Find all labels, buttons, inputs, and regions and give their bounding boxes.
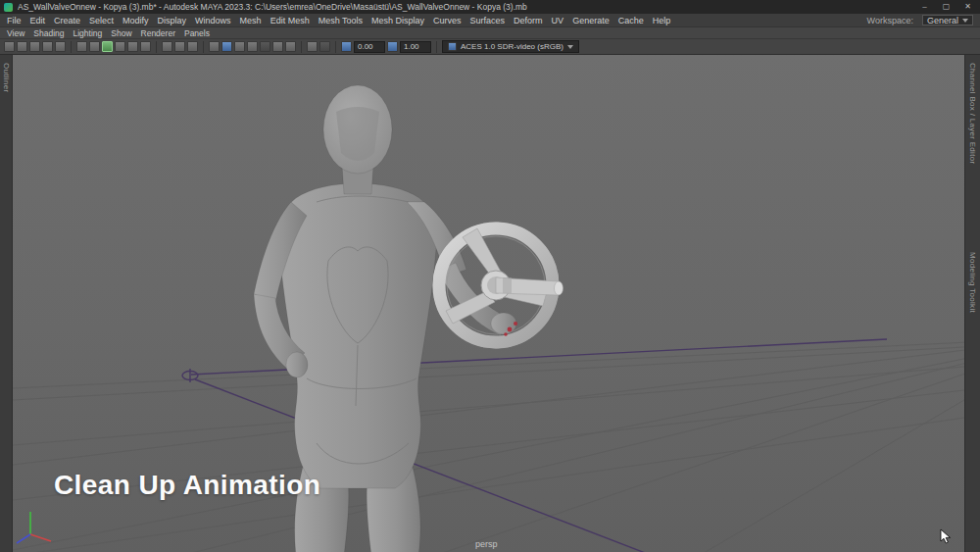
safe-title-icon[interactable]: [187, 41, 198, 52]
gamma-field[interactable]: 1.00: [400, 41, 431, 53]
menu-edit[interactable]: Edit: [30, 16, 46, 25]
use-all-lights-icon[interactable]: [247, 41, 258, 52]
exposure-icon[interactable]: [341, 41, 352, 52]
panel-menu-shading[interactable]: Shading: [33, 28, 64, 38]
main-content: Outliner: [0, 55, 980, 552]
modeling-toolkit-tab[interactable]: Modeling Toolkit: [968, 252, 977, 313]
menu-mesh[interactable]: Mesh: [240, 16, 262, 25]
wireframe-icon[interactable]: [209, 41, 220, 52]
panel-toolbar: 0.00 1.00 ACES 1.0 SDR-video (sRGB): [0, 39, 980, 55]
grease-pencil-icon[interactable]: [89, 41, 100, 52]
shaded-icon[interactable]: [221, 41, 232, 52]
menu-bar: File Edit Create Select Modify Display W…: [0, 14, 980, 27]
panel-menu-renderer[interactable]: Renderer: [141, 28, 175, 38]
panel-menu-view[interactable]: View: [7, 28, 24, 38]
viewport-panel[interactable]: Clean Up Animation persp: [13, 55, 964, 552]
camera-attributes-icon[interactable]: [29, 41, 40, 52]
field-chart-icon[interactable]: [162, 41, 172, 52]
gate-mask-icon[interactable]: [140, 41, 151, 52]
menu-select[interactable]: Select: [89, 16, 114, 25]
menu-mesh-tools[interactable]: Mesh Tools: [318, 16, 363, 25]
motion-blur-icon[interactable]: [285, 41, 296, 52]
screen-space-ao-icon[interactable]: [272, 41, 283, 52]
toolbar-separator: [156, 41, 157, 53]
channel-box-tab[interactable]: Channel Box / Layer Editor: [968, 63, 977, 164]
panel-menu-lighting[interactable]: Lighting: [73, 28, 102, 38]
lock-camera-icon[interactable]: [17, 41, 27, 52]
textured-icon[interactable]: [234, 41, 245, 52]
toolbar-separator: [301, 41, 302, 53]
menu-mesh-display[interactable]: Mesh Display: [371, 16, 424, 25]
grid-icon[interactable]: [102, 41, 113, 52]
title-bar: AS_WallValveOnnew - Kopya (3).mb* - Auto…: [0, 0, 980, 14]
grid-lines: [13, 337, 964, 552]
workspace-label: Workspace:: [867, 16, 913, 25]
camera-name-label: persp: [475, 539, 498, 549]
color-management-icon: [448, 42, 457, 51]
bookmarks-icon[interactable]: [42, 41, 53, 52]
menu-windows[interactable]: Windows: [195, 16, 231, 25]
menu-create[interactable]: Create: [54, 16, 80, 25]
toolbar-separator: [335, 41, 336, 53]
xray-icon[interactable]: [319, 41, 330, 52]
2d-pan-zoom-icon[interactable]: [76, 41, 87, 52]
menu-uv[interactable]: UV: [552, 16, 564, 25]
toolbar-separator: [71, 41, 72, 53]
maya-app-icon: [4, 3, 13, 12]
panel-menu-show[interactable]: Show: [111, 28, 131, 38]
menu-modify[interactable]: Modify: [122, 16, 149, 25]
panel-menu-panels[interactable]: Panels: [184, 28, 210, 38]
exposure-field[interactable]: 0.00: [354, 41, 385, 53]
resolution-gate-icon[interactable]: [127, 41, 138, 52]
left-panel-strip: Outliner: [0, 55, 13, 552]
minimize-button[interactable]: –: [916, 0, 933, 14]
image-plane-icon[interactable]: [55, 41, 66, 52]
chevron-down-icon: [567, 45, 573, 49]
film-gate-icon[interactable]: [115, 41, 125, 52]
safe-action-icon[interactable]: [174, 41, 185, 52]
menu-deform[interactable]: Deform: [514, 16, 543, 25]
chevron-down-icon: [962, 19, 968, 23]
workspace-dropdown[interactable]: General: [922, 15, 973, 25]
select-camera-icon[interactable]: [4, 41, 15, 52]
mouse-cursor: [940, 528, 952, 544]
menu-curves[interactable]: Curves: [433, 16, 462, 25]
view-transform-label: ACES 1.0 SDR-video (sRGB): [461, 42, 564, 51]
isolate-select-icon[interactable]: [307, 41, 318, 52]
right-panel-strip: Channel Box / Layer Editor Modeling Tool…: [964, 55, 980, 552]
workspace-value: General: [927, 16, 958, 25]
maya-window: AS_WallValveOnnew - Kopya (3).mb* - Auto…: [0, 0, 980, 552]
toolbar-separator: [436, 41, 437, 53]
menu-file[interactable]: File: [7, 16, 22, 25]
menu-help[interactable]: Help: [653, 16, 671, 25]
window-title: AS_WallValveOnnew - Kopya (3).mb* - Auto…: [18, 2, 911, 12]
menu-display[interactable]: Display: [158, 16, 187, 25]
menu-cache[interactable]: Cache: [618, 16, 644, 25]
maximize-button[interactable]: ▢: [938, 0, 955, 14]
close-button[interactable]: ✕: [959, 0, 976, 14]
view-transform-dropdown[interactable]: ACES 1.0 SDR-video (sRGB): [442, 40, 579, 53]
shadows-icon[interactable]: [260, 41, 270, 52]
axis-gizmo: [17, 512, 51, 543]
menu-generate[interactable]: Generate: [572, 16, 610, 25]
gamma-icon[interactable]: [387, 41, 398, 52]
outliner-tab[interactable]: Outliner: [2, 63, 11, 92]
panel-menu-bar: View Shading Lighting Show Renderer Pane…: [0, 27, 980, 39]
menu-surfaces[interactable]: Surfaces: [470, 16, 506, 25]
video-caption-text: Clean Up Animation: [54, 470, 320, 501]
menu-edit-mesh[interactable]: Edit Mesh: [270, 16, 310, 25]
toolbar-separator: [203, 41, 204, 53]
